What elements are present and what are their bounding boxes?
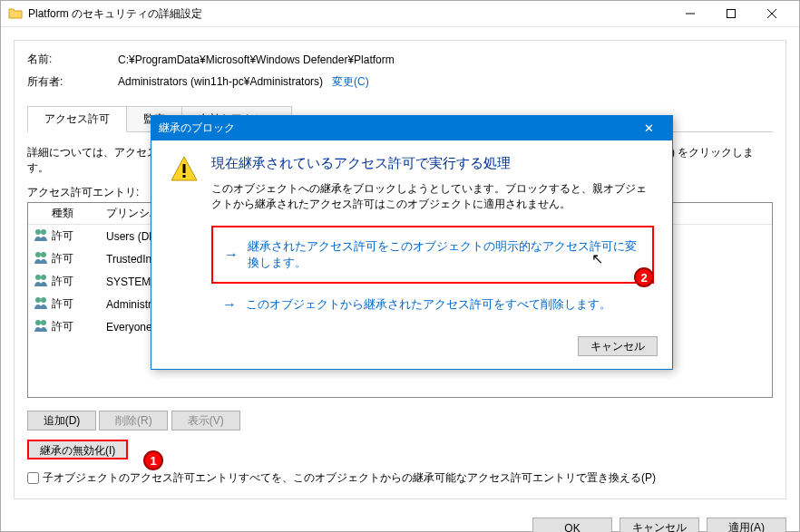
arrow-icon: →: [224, 247, 239, 263]
change-owner-link[interactable]: 変更(C): [332, 75, 369, 88]
arrow-icon: →: [222, 296, 237, 313]
cell-type: 許可: [46, 294, 101, 314]
svg-rect-12: [183, 175, 186, 178]
window-title: Platform のセキュリティの詳細設定: [28, 6, 669, 22]
tab-permissions[interactable]: アクセス許可: [27, 106, 127, 132]
button-row-1: 追加(D) 削除(R) 表示(V): [27, 411, 773, 430]
replace-checkbox[interactable]: [27, 472, 39, 484]
window-controls: [669, 1, 792, 26]
cell-type: 許可: [46, 226, 101, 247]
cell-type: 許可: [46, 316, 101, 337]
remove-button[interactable]: 削除(R): [99, 411, 168, 430]
owner-row: 所有者: Administrators (win11h-pc¥Administr…: [27, 74, 773, 90]
add-button[interactable]: 追加(D): [27, 411, 96, 430]
dialog-footer: キャンセル: [151, 336, 672, 369]
svg-point-5: [35, 275, 41, 280]
folder-icon: [8, 6, 23, 21]
dialog-heading: 現在継承されているアクセス許可で実行する処理: [211, 155, 654, 172]
dialog-titlebar: 継承のブロック ✕: [151, 116, 672, 140]
svg-point-1: [35, 229, 41, 235]
view-button[interactable]: 表示(V): [171, 411, 240, 430]
remove-permissions-option[interactable]: → このオブジェクトから継承されたアクセス許可をすべて削除します。: [211, 291, 654, 318]
name-label: 名前:: [27, 52, 118, 67]
dialog-cancel-button[interactable]: キャンセル: [578, 336, 658, 356]
cell-type: 許可: [46, 271, 101, 292]
minimize-button[interactable]: [669, 1, 710, 26]
dialog-close-button[interactable]: ✕: [632, 121, 665, 135]
cell-type: 許可: [46, 248, 101, 269]
button-row-2: 継承の無効化(I) 1: [27, 440, 128, 459]
apply-button[interactable]: 適用(A): [707, 517, 786, 532]
owner-label: 所有者:: [27, 74, 118, 90]
block-inheritance-dialog: 継承のブロック ✕ 現在継承されているアクセス許可で実行する処理 このオブジェク…: [151, 115, 673, 370]
col-icon: [28, 203, 46, 224]
bottom-buttons: OK キャンセル 適用(A): [1, 508, 799, 532]
ok-button[interactable]: OK: [532, 517, 612, 532]
name-value: C:¥ProgramData¥Microsoft¥Windows Defende…: [118, 53, 773, 66]
cancel-button[interactable]: キャンセル: [620, 517, 699, 532]
replace-checkbox-row: 子オブジェクトのアクセス許可エントリすべてを、このオブジェクトからの継承可能なア…: [27, 470, 773, 486]
svg-point-7: [35, 297, 41, 303]
dialog-desc: このオブジェクトへの継承をブロックしようとしています。ブロックすると、親オブジェ…: [211, 181, 654, 213]
svg-rect-0: [727, 10, 735, 18]
option2-text: このオブジェクトから継承されたアクセス許可をすべて削除します。: [246, 296, 611, 313]
maximize-button[interactable]: [710, 1, 751, 26]
dialog-content: 現在継承されているアクセス許可で実行する処理 このオブジェクトへの継承をブロック…: [211, 155, 654, 325]
annotation-1: 1: [143, 450, 163, 470]
disable-inheritance-button[interactable]: 継承の無効化(I): [27, 440, 128, 459]
warning-icon: [170, 155, 199, 184]
svg-point-3: [35, 252, 41, 257]
option1-text: 継承されたアクセス許可をこのオブジェクトの明示的なアクセス許可に変換します。: [248, 238, 641, 271]
dialog-title: 継承のブロック: [159, 121, 632, 136]
replace-checkbox-label[interactable]: 子オブジェクトのアクセス許可エントリすべてを、このオブジェクトからの継承可能なア…: [43, 470, 656, 486]
convert-permissions-option[interactable]: → 継承されたアクセス許可をこのオブジェクトの明示的なアクセス許可に変換します。…: [211, 226, 654, 284]
name-row: 名前: C:¥ProgramData¥Microsoft¥Windows Def…: [27, 52, 773, 67]
svg-point-9: [35, 320, 41, 325]
svg-rect-11: [183, 164, 186, 173]
dialog-main: 現在継承されているアクセス許可で実行する処理 このオブジェクトへの継承をブロック…: [170, 155, 654, 325]
close-button[interactable]: [751, 1, 792, 26]
col-type[interactable]: 種類: [46, 203, 101, 224]
dialog-body: 現在継承されているアクセス許可で実行する処理 このオブジェクトへの継承をブロック…: [151, 140, 672, 336]
titlebar: Platform のセキュリティの詳細設定: [1, 1, 799, 27]
annotation-2: 2: [634, 267, 654, 287]
owner-value: Administrators (win11h-pc¥Administrators…: [118, 74, 773, 90]
